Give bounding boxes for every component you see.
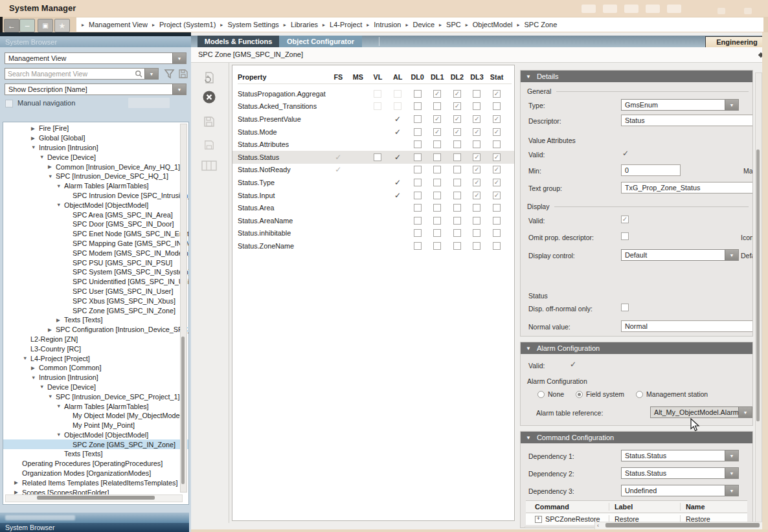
- checkbox-checked[interactable]: ✓: [473, 166, 480, 173]
- property-row[interactable]: Status.NotReady✓✓✓: [232, 164, 514, 177]
- tree-expander-icon[interactable]: ▼: [40, 154, 47, 160]
- command-section-header[interactable]: ▼ Command Configuration: [521, 432, 752, 443]
- radio-button[interactable]: [576, 391, 583, 398]
- engineering-mode-button[interactable]: Engineering: [705, 36, 768, 48]
- tree-item[interactable]: SPC Unidentified [GMS_SPC_IN_Unid: [3, 277, 188, 287]
- property-row[interactable]: Status.Mode✓✓✓✓✓: [232, 126, 514, 139]
- search-options-icon[interactable]: ▼: [144, 69, 158, 79]
- chevron-down-icon[interactable]: ▼: [172, 84, 186, 94]
- checkbox-checked[interactable]: ✓: [493, 179, 501, 186]
- checkbox-unchecked[interactable]: [453, 140, 461, 148]
- chevron-down-icon[interactable]: ▼: [725, 485, 738, 496]
- tree-expander-icon[interactable]: ▶: [48, 164, 56, 170]
- layout-icon-5[interactable]: [667, 5, 681, 13]
- tree-item[interactable]: ▼SPC [Intrusion_Device_SPC_HQ_1]: [3, 172, 188, 181]
- breadcrumb-item[interactable]: ▸SPC: [439, 21, 461, 28]
- save-as-button[interactable]: [201, 137, 217, 153]
- dependency-select[interactable]: Undefined▼: [621, 485, 739, 496]
- checkbox-checked[interactable]: ✓: [433, 115, 441, 123]
- tree-item[interactable]: Operating Procedures [OperatingProcedure…: [3, 459, 188, 469]
- normal-value-input[interactable]: Normal: [621, 320, 753, 332]
- checkbox-checked[interactable]: ✓: [453, 115, 461, 123]
- search-input[interactable]: [5, 70, 135, 78]
- property-row[interactable]: Status.Status✓✓✓✓: [232, 151, 514, 164]
- panel-header[interactable]: System Browser: [0, 36, 191, 47]
- search-box[interactable]: ▼: [5, 68, 159, 80]
- checkbox-unchecked[interactable]: [414, 242, 422, 250]
- checkbox-unchecked[interactable]: [453, 166, 461, 173]
- tree-expander-icon[interactable]: ▼: [48, 173, 56, 179]
- checkbox-unchecked[interactable]: [473, 229, 480, 237]
- radio-option[interactable]: Field system: [576, 390, 624, 398]
- tree-item[interactable]: ▶Common [Common]: [3, 363, 188, 373]
- checkbox-unchecked[interactable]: [414, 217, 422, 225]
- breadcrumb-item[interactable]: ▸Management View: [82, 21, 148, 28]
- forward-button[interactable]: –: [19, 19, 35, 32]
- chevron-down-icon[interactable]: ▼: [725, 100, 738, 110]
- tree-expander-icon[interactable]: ▶: [48, 327, 56, 333]
- checkbox-unchecked[interactable]: [433, 192, 441, 199]
- checkbox-unchecked[interactable]: [433, 153, 441, 161]
- tree-item[interactable]: SPC Intrusion Device [SPC_Intrusion_: [3, 191, 188, 201]
- tree-item[interactable]: SPC User [GMS_SPC_IN_User]: [3, 287, 188, 296]
- tree-item[interactable]: My Point [My_Point]: [3, 421, 188, 430]
- tree-item[interactable]: SPC Area [GMS_SPC_IN_Area]: [3, 210, 188, 219]
- property-row[interactable]: StatusPropagation.Aggregat✓✓✓: [232, 87, 514, 100]
- minimize-icon[interactable]: [717, 8, 725, 14]
- tree-item[interactable]: ▼Device [Device]: [3, 382, 188, 392]
- history-button[interactable]: ▣: [38, 19, 53, 32]
- chevron-down-icon[interactable]: ▼: [725, 450, 738, 461]
- checkbox-checked[interactable]: ✓: [493, 192, 501, 199]
- tree-item[interactable]: ▼Intrusion [Intrusion]: [3, 143, 188, 153]
- property-row[interactable]: Status.Input✓✓✓: [232, 189, 514, 202]
- checkbox-unchecked[interactable]: [414, 90, 422, 98]
- tree-item[interactable]: SPC Door [GMS_SPC_IN_Door]: [3, 219, 188, 229]
- collapsed-panel-bar[interactable]: [0, 513, 189, 523]
- tree-item[interactable]: ▶SPC Configuration [Intrusion_Device_SPC…: [3, 325, 188, 335]
- save-filter-icon[interactable]: [178, 69, 188, 79]
- checkbox-unchecked[interactable]: [473, 217, 480, 225]
- type-select[interactable]: GmsEnum ▼: [621, 99, 739, 111]
- tree-item[interactable]: ▼Alarm Tables [AlarmTables]: [3, 401, 188, 411]
- tree-item[interactable]: L2-Region [ZN]: [3, 335, 188, 344]
- checkbox-unchecked[interactable]: [493, 229, 501, 237]
- checkbox-unchecked[interactable]: [433, 166, 441, 173]
- checkbox-unchecked[interactable]: [473, 102, 480, 110]
- tree-item[interactable]: My Object Model [My_ObjectModel]: [3, 411, 188, 421]
- details-vertical-scrollbar[interactable]: [755, 72, 762, 524]
- checkbox-checked[interactable]: ✓: [453, 128, 461, 136]
- checkbox-checked[interactable]: ✓: [433, 90, 441, 98]
- chevron-down-icon[interactable]: ▼: [725, 468, 738, 478]
- tree-expander-icon[interactable]: ▶: [56, 317, 64, 323]
- display-valid-checkbox[interactable]: ✓: [621, 216, 629, 223]
- favorites-button[interactable]: ★: [54, 19, 70, 32]
- checkbox-unchecked[interactable]: [493, 102, 501, 110]
- delete-button[interactable]: [201, 89, 217, 105]
- expand-row-icon[interactable]: +: [535, 516, 542, 523]
- checkbox-unchecked[interactable]: [374, 153, 381, 161]
- off-normal-checkbox[interactable]: [621, 304, 629, 311]
- radio-button[interactable]: [636, 391, 643, 398]
- checkbox-checked[interactable]: ✓: [493, 166, 501, 173]
- checkbox-unchecked[interactable]: [453, 229, 461, 237]
- column-settings-button[interactable]: [201, 158, 217, 173]
- tree-expander-icon[interactable]: ▶: [14, 480, 22, 485]
- tree-item[interactable]: ▼Intrusion [Intrusion]: [3, 373, 188, 382]
- layout-icon-4[interactable]: [646, 5, 660, 13]
- chevron-down-icon[interactable]: ▼: [172, 53, 186, 63]
- tree-expander-icon[interactable]: ▶: [31, 126, 39, 131]
- property-row[interactable]: Status.Type✓✓✓: [232, 176, 514, 189]
- breadcrumb-item[interactable]: ▸Libraries: [284, 21, 318, 28]
- tree-item[interactable]: ▶Common [Intrusion_Device_Any_HQ_1]: [3, 162, 188, 172]
- navigation-ghost-button[interactable]: [128, 98, 170, 108]
- checkbox-unchecked[interactable]: [473, 90, 480, 98]
- alarm-table-reference-select[interactable]: Alt_My_ObjectModel.AlarmTa ▼: [650, 406, 752, 418]
- report-button[interactable]: [201, 70, 217, 85]
- tree-expander-icon[interactable]: ▶: [31, 365, 39, 371]
- checkbox-checked[interactable]: ✓: [473, 128, 480, 136]
- checkbox-unchecked[interactable]: [414, 153, 422, 161]
- display-control-select[interactable]: Default ▼: [621, 249, 739, 261]
- tree-item[interactable]: ▶Related Items Templates [RelatedItemsTe…: [3, 478, 188, 487]
- checkbox-checked[interactable]: ✓: [493, 90, 501, 98]
- dependency-select[interactable]: Status.Status▼: [621, 450, 739, 461]
